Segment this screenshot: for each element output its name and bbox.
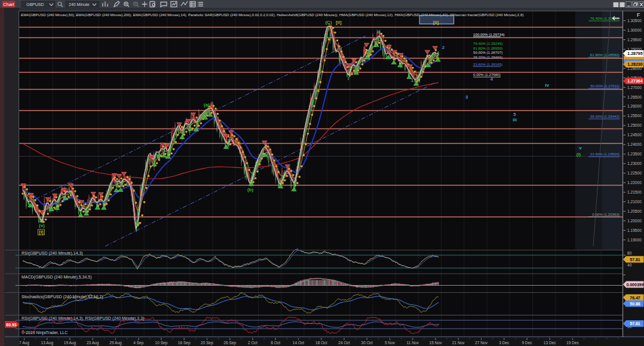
svg-text:3: 3 bbox=[465, 94, 468, 100]
svg-text:iii: iii bbox=[513, 117, 517, 123]
svg-text:v: v bbox=[579, 145, 582, 151]
svg-text:1.25500: 1.25500 bbox=[627, 114, 642, 118]
svg-text:38.20% (1.28466): 38.20% (1.28466) bbox=[473, 55, 502, 59]
svg-text:1.24000: 1.24000 bbox=[627, 142, 642, 146]
svg-text:23.60% (1.23500): 23.60% (1.23500) bbox=[590, 152, 620, 156]
svg-text:4 Sep: 4 Sep bbox=[133, 341, 144, 345]
svg-text:1.26000: 1.26000 bbox=[627, 104, 642, 108]
svg-text:F: F bbox=[637, 12, 640, 18]
svg-text:27 Nov: 27 Nov bbox=[475, 341, 488, 345]
svg-text:26 Sep: 26 Sep bbox=[223, 341, 236, 345]
svg-text:[ii]: [ii] bbox=[433, 20, 439, 25]
svg-text:RSI(GBPUSD (240 Minute),14,3),: RSI(GBPUSD (240 Minute),14,3), RSI(GBPUS… bbox=[22, 316, 144, 321]
svg-text:2: 2 bbox=[442, 45, 445, 50]
svg-text:19 Dec: 19 Dec bbox=[566, 341, 579, 345]
svg-text:1.28795: 1.28795 bbox=[627, 51, 642, 56]
svg-text:1.30000: 1.30000 bbox=[627, 28, 642, 32]
svg-text:40: 40 bbox=[627, 263, 632, 267]
svg-text:21 Nov: 21 Nov bbox=[452, 341, 465, 345]
svg-text:18 Oct: 18 Oct bbox=[315, 341, 327, 345]
svg-text:38.20% (1.25442): 38.20% (1.25442) bbox=[590, 114, 620, 118]
svg-text:(b): (b) bbox=[247, 187, 254, 192]
svg-text:1.29500: 1.29500 bbox=[627, 38, 642, 42]
svg-text:23 Aug: 23 Aug bbox=[87, 341, 99, 345]
svg-text:29 Aug: 29 Aug bbox=[109, 341, 122, 345]
svg-text:(C): (C) bbox=[325, 20, 332, 25]
svg-text:57.81: 57.81 bbox=[630, 258, 640, 262]
svg-text:(v): (v) bbox=[39, 223, 45, 228]
svg-text:60.93: 60.93 bbox=[6, 323, 17, 327]
svg-text:1.21000: 1.21000 bbox=[627, 200, 642, 204]
svg-text:61.80% (1.28950): 61.80% (1.28950) bbox=[473, 46, 502, 50]
svg-text:1.30500: 1.30500 bbox=[627, 19, 642, 23]
svg-text:11 Nov: 11 Nov bbox=[407, 341, 419, 345]
svg-text:Stochastics(GBPUSD (240 Minute: Stochastics(GBPUSD (240 Minute),42,16,7) bbox=[22, 295, 103, 299]
svg-text:1.27000: 1.27000 bbox=[627, 85, 642, 90]
svg-text:i: i bbox=[348, 76, 349, 81]
svg-text:1.23500: 1.23500 bbox=[627, 152, 642, 156]
svg-text:1.22500: 1.22500 bbox=[627, 171, 642, 175]
svg-text:10 Sep: 10 Sep bbox=[155, 341, 168, 345]
svg-text:15 Nov: 15 Nov bbox=[430, 341, 443, 345]
svg-text:ii: ii bbox=[378, 29, 380, 35]
svg-text:57.81: 57.81 bbox=[630, 321, 640, 326]
svg-text:1.25000: 1.25000 bbox=[627, 123, 642, 127]
svg-text:3 Dec: 3 Dec bbox=[499, 341, 510, 345]
svg-text:1.26500: 1.26500 bbox=[627, 95, 642, 99]
svg-text:23.60% (1.28165): 23.60% (1.28165) bbox=[473, 62, 502, 66]
svg-text:13 Dec: 13 Dec bbox=[544, 341, 557, 345]
svg-text:RSI(GBPUSD (240 Minute),14,3): RSI(GBPUSD (240 Minute),14,3) bbox=[22, 251, 83, 256]
svg-text:7 Aug: 7 Aug bbox=[19, 341, 29, 345]
svg-text:iv: iv bbox=[545, 82, 549, 88]
svg-text:1.20000: 1.20000 bbox=[627, 219, 642, 223]
svg-text:4: 4 bbox=[490, 76, 493, 82]
svg-text:© 2019 NinjaTrader, LLC: © 2019 NinjaTrader, LLC bbox=[22, 330, 68, 335]
svg-text:5 Nov: 5 Nov bbox=[385, 341, 395, 345]
svg-text:Chart: Chart bbox=[3, 2, 14, 7]
svg-text:76.47: 76.47 bbox=[630, 296, 640, 300]
svg-text:1.20500: 1.20500 bbox=[627, 209, 642, 213]
svg-text:19 Aug: 19 Aug bbox=[64, 341, 76, 345]
svg-text:24 Oct: 24 Oct bbox=[338, 341, 350, 345]
svg-text:GBPUSD: GBPUSD bbox=[26, 2, 44, 7]
svg-text:1: 1 bbox=[411, 78, 414, 83]
svg-text:20 Sep: 20 Sep bbox=[201, 341, 213, 345]
svg-text:50.88: 50.88 bbox=[630, 302, 640, 306]
svg-text:(i): (i) bbox=[576, 152, 581, 157]
svg-text:1.19500: 1.19500 bbox=[627, 228, 642, 232]
svg-text:61.80% (1.28580): 61.80% (1.28580) bbox=[590, 53, 620, 57]
svg-text:50.00% (1.27011): 50.00% (1.27011) bbox=[590, 84, 620, 88]
svg-text:1.22000: 1.22000 bbox=[627, 180, 642, 185]
svg-text:100.00% (1.29734): 100.00% (1.29734) bbox=[473, 32, 505, 36]
svg-text:16 Sep: 16 Sep bbox=[178, 341, 191, 345]
svg-text:13 Aug: 13 Aug bbox=[41, 341, 54, 345]
svg-text:1.23000: 1.23000 bbox=[627, 161, 642, 166]
svg-text:2 Oct: 2 Oct bbox=[248, 341, 257, 345]
svg-text:80: 80 bbox=[627, 251, 632, 255]
svg-text:50.00% (1.28707): 50.00% (1.28707) bbox=[473, 50, 502, 54]
svg-text:76.40% (1.29249): 76.40% (1.29249) bbox=[473, 41, 502, 45]
svg-text:30 Oct: 30 Oct bbox=[361, 341, 373, 345]
svg-text:1.19000: 1.19000 bbox=[627, 238, 642, 242]
svg-text:[ii]: [ii] bbox=[336, 20, 342, 25]
svg-text:MACD(GBPUSD (240 Minute),5,34,: MACD(GBPUSD (240 Minute),5,34,5) bbox=[22, 275, 91, 280]
svg-text:[i]: [i] bbox=[39, 229, 44, 235]
svg-text:0.00% (1.27680): 0.00% (1.27680) bbox=[473, 72, 501, 76]
svg-text:1.27364: 1.27364 bbox=[627, 79, 642, 83]
svg-text:240 Minute: 240 Minute bbox=[69, 2, 90, 7]
svg-text:0.00% (1.20363): 0.00% (1.20363) bbox=[592, 212, 620, 216]
svg-text:0.000399: 0.000399 bbox=[626, 283, 643, 287]
svg-text:14 Oct: 14 Oct bbox=[293, 341, 305, 345]
svg-text:8 Oct: 8 Oct bbox=[271, 341, 280, 345]
svg-text:1.21500: 1.21500 bbox=[627, 190, 642, 194]
svg-text:(a): (a) bbox=[204, 102, 210, 108]
svg-text:1.28230: 1.28230 bbox=[627, 62, 642, 66]
svg-text:1.24500: 1.24500 bbox=[627, 133, 642, 137]
svg-text:9 Dec: 9 Dec bbox=[522, 341, 532, 345]
svg-text:5: 5 bbox=[513, 112, 516, 117]
